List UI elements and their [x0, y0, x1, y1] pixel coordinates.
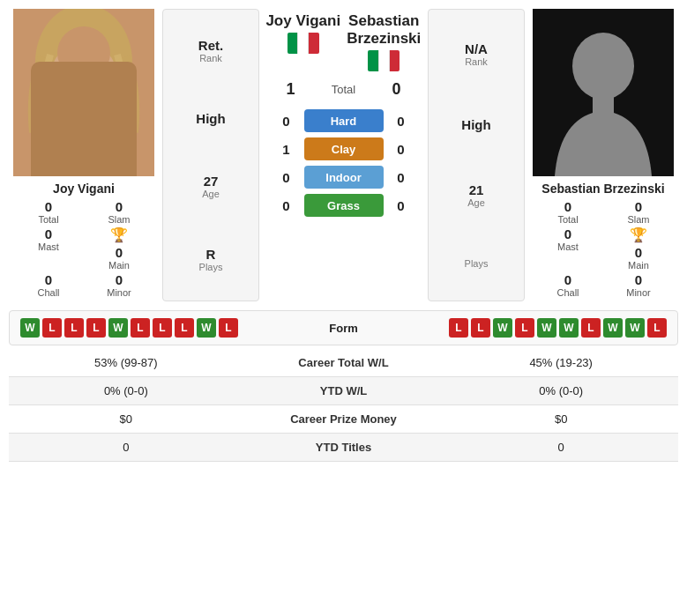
- stat-left-2: $0: [9, 405, 243, 434]
- age-block-left: 27 Age: [202, 174, 220, 199]
- form-badge-left: W: [20, 318, 40, 338]
- form-badge-right: W: [537, 318, 556, 338]
- right-form-badges: LLWLWWLWWL: [449, 318, 667, 338]
- left-slam-value: 0: [116, 199, 123, 214]
- stat-left-0: 53% (99-87): [9, 349, 243, 377]
- plays-value-left: R: [199, 247, 223, 262]
- total-row: 1 Total 0: [263, 77, 424, 102]
- high-block-right: High: [461, 117, 490, 132]
- svg-point-11: [572, 33, 634, 100]
- stats-row: 0 YTD Titles 0: [9, 434, 678, 462]
- left-mast-block: 0 Mast: [18, 226, 79, 271]
- right-slam-block: 0 Slam: [608, 199, 669, 225]
- form-badge-right: L: [515, 318, 534, 338]
- stat-right-2: $0: [444, 405, 678, 434]
- form-badge-left: L: [86, 318, 106, 338]
- svg-point-5: [93, 71, 101, 78]
- total-score-right: 0: [379, 80, 414, 99]
- right-rank-block: N/A Rank: [465, 41, 488, 67]
- high-value-left: High: [196, 111, 225, 126]
- surface-row-grass: 0 Grass 0: [263, 194, 424, 217]
- grass-score-left: 0: [269, 198, 304, 213]
- left-player-photo: [13, 9, 154, 176]
- grass-score-right: 0: [384, 198, 419, 213]
- left-player-name: Joy Vigani: [53, 182, 115, 196]
- form-badge-right: W: [559, 318, 579, 338]
- right-minor-value: 0: [635, 272, 642, 287]
- left-chall-label: Chall: [37, 287, 59, 298]
- form-badge-left: L: [131, 318, 150, 338]
- hard-score-left: 0: [269, 114, 304, 129]
- left-main-label: Main: [108, 260, 130, 271]
- age-label-left: Age: [202, 189, 220, 199]
- form-label: Form: [309, 322, 379, 335]
- clay-score-left: 1: [269, 142, 304, 157]
- stat-label-3: YTD Titles: [243, 434, 444, 462]
- form-badge-right: L: [647, 318, 667, 338]
- plays-block-right: Plays: [465, 258, 489, 269]
- career-stats-table: 53% (99-87) Career Total W/L 45% (19-23)…: [9, 349, 678, 462]
- hard-score-right: 0: [384, 114, 419, 129]
- left-mast-value: 0: [45, 226, 52, 241]
- svg-line-6: [64, 65, 78, 67]
- flag-green-right: [368, 50, 377, 71]
- high-block-left: High: [196, 111, 225, 126]
- left-chall-value: 0: [45, 272, 52, 287]
- left-total-value: 0: [45, 199, 52, 214]
- age-value-left: 27: [202, 174, 220, 189]
- form-section: WLLLWLLLWL Form LLWLWWLWWL: [9, 310, 678, 345]
- right-player-panel: Sebastian Brzezinski 0 Total 0 Slam 0 Ma…: [528, 9, 678, 301]
- form-badge-right: L: [449, 318, 468, 338]
- right-rank-label: Rank: [465, 56, 488, 67]
- right-chall-value: 0: [564, 272, 571, 287]
- left-minor-block: 0 Minor: [88, 272, 150, 298]
- surface-row-indoor: 0 Indoor 0: [263, 166, 424, 189]
- form-badge-right: W: [493, 318, 512, 338]
- right-italy-flag: [368, 50, 400, 71]
- left-slam-block: 0 Slam: [88, 199, 150, 225]
- left-header-name: Joy Vigani: [265, 12, 340, 30]
- left-player-header: Joy Vigani: [263, 12, 344, 54]
- grass-badge: Grass: [304, 194, 384, 217]
- left-main-block: 🏆 0 Main: [88, 226, 150, 271]
- flag-white-left: [297, 33, 309, 54]
- right-total-block: 0 Total: [537, 199, 599, 225]
- svg-line-7: [91, 65, 104, 67]
- main-container: Joy Vigani 0 Total 0 Slam 0 Mast 🏆: [0, 0, 687, 471]
- svg-rect-0: [13, 9, 154, 176]
- stat-label-2: Career Prize Money: [243, 405, 444, 434]
- total-score-left: 1: [273, 80, 309, 99]
- svg-rect-12: [593, 97, 614, 115]
- right-mast-label: Mast: [557, 241, 579, 252]
- left-total-label: Total: [38, 214, 58, 225]
- form-badge-right: W: [625, 318, 645, 338]
- names-row: Joy Vigani Sebastian Brzezinski: [263, 9, 424, 73]
- right-header-name: Sebastian Brzezinski: [344, 12, 425, 48]
- flag-green-left: [287, 33, 297, 54]
- middle-section: Joy Vigani Sebastian Brzezinski: [263, 9, 424, 301]
- right-chall-label: Chall: [556, 287, 579, 298]
- svg-point-3: [50, 42, 117, 113]
- stats-row: 0% (0-0) YTD W/L 0% (0-0): [9, 377, 678, 405]
- right-player-header: Sebastian Brzezinski: [344, 12, 425, 71]
- rank-block: Ret. Rank: [198, 38, 223, 63]
- flag-red-right: [390, 50, 400, 71]
- right-stats-grid: 0 Total 0 Slam 0 Mast 🏆 0 Main: [528, 199, 678, 298]
- svg-point-1: [35, 9, 132, 119]
- flag-red-left: [309, 33, 318, 54]
- right-total-value: 0: [564, 199, 571, 214]
- rank-label: Rank: [198, 53, 223, 63]
- right-player-name: Sebastian Brzezinski: [541, 182, 664, 196]
- form-badge-left: L: [219, 318, 238, 338]
- stat-label-0: Career Total W/L: [243, 349, 444, 377]
- form-badge-left: W: [108, 318, 128, 338]
- plays-block-left: R Plays: [199, 247, 223, 272]
- left-slam-label: Slam: [108, 214, 130, 225]
- right-flag: [368, 50, 400, 71]
- stats-row: 53% (99-87) Career Total W/L 45% (19-23): [9, 349, 678, 377]
- left-flag: [287, 33, 319, 54]
- rank-value: Ret.: [198, 38, 223, 53]
- right-slam-value: 0: [635, 199, 642, 214]
- right-player-photo: [533, 9, 674, 176]
- surface-row-hard: 0 Hard 0: [263, 109, 424, 132]
